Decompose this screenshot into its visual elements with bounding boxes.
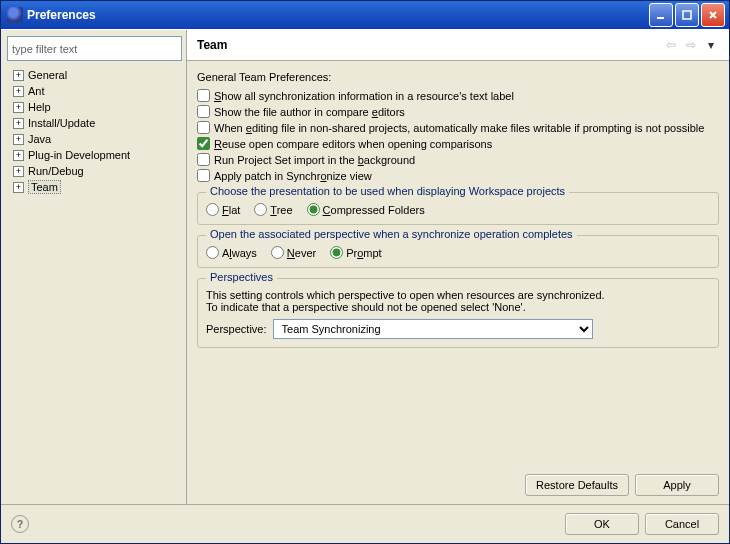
radio-never[interactable]: Never: [271, 246, 316, 259]
svg-rect-1: [683, 11, 691, 19]
chk-label: Reuse open compare editors when opening …: [214, 138, 492, 150]
tree-item-java[interactable]: +Java: [7, 131, 182, 147]
chk-label: Run Project Set import in the background: [214, 154, 415, 166]
tree-item-general[interactable]: +General: [7, 67, 182, 83]
group-legend: Choose the presentation to be used when …: [206, 185, 569, 197]
titlebar[interactable]: Preferences: [1, 1, 729, 29]
tree-item-ant[interactable]: +Ant: [7, 83, 182, 99]
expand-icon[interactable]: +: [13, 102, 24, 113]
tree-item-install-update[interactable]: +Install/Update: [7, 115, 182, 131]
perspectives-desc1: This setting controls which perspective …: [206, 289, 710, 301]
category-tree[interactable]: +General +Ant +Help +Install/Update +Jav…: [7, 67, 182, 500]
restore-defaults-button[interactable]: Restore Defaults: [525, 474, 629, 496]
tree-item-plugin-dev[interactable]: +Plug-in Development: [7, 147, 182, 163]
perspectives-desc2: To indicate that a perspective should no…: [206, 301, 710, 313]
page-title: Team: [197, 38, 227, 52]
chk-label: Show the file author in compare editors: [214, 106, 405, 118]
chk-label: When editing file in non-shared projects…: [214, 122, 704, 134]
apply-button[interactable]: Apply: [635, 474, 719, 496]
expand-icon[interactable]: +: [13, 118, 24, 129]
page-button-row: Restore Defaults Apply: [187, 468, 729, 504]
chk-run-project-set-bg[interactable]: Run Project Set import in the background: [197, 153, 719, 166]
tree-item-team[interactable]: +Team: [7, 179, 182, 195]
filter-input[interactable]: [7, 36, 182, 61]
section-label: General Team Preferences:: [197, 71, 719, 83]
page-content: General Team Preferences: Show all synch…: [187, 61, 729, 468]
expand-icon[interactable]: +: [13, 182, 24, 193]
radio-always[interactable]: Always: [206, 246, 257, 259]
help-icon[interactable]: ?: [11, 515, 29, 533]
perspective-combo[interactable]: Team Synchronizing: [273, 319, 593, 339]
dialog-button-bar: ? OK Cancel: [1, 504, 729, 543]
chk-show-sync-info[interactable]: Show all synchronization information in …: [197, 89, 719, 102]
menu-icon[interactable]: ▾: [703, 37, 719, 53]
perspective-field-label: Perspective:: [206, 323, 267, 335]
forward-icon[interactable]: ⇨: [683, 37, 699, 53]
window-title: Preferences: [27, 8, 96, 22]
main-panel: Team ⇦ ⇨ ▾ General Team Preferences: Sho…: [187, 30, 729, 504]
group-open-perspective: Open the associated perspective when a s…: [197, 235, 719, 268]
group-legend: Perspectives: [206, 271, 277, 283]
ok-button[interactable]: OK: [565, 513, 639, 535]
tree-item-help[interactable]: +Help: [7, 99, 182, 115]
tree-item-run-debug[interactable]: +Run/Debug: [7, 163, 182, 179]
expand-icon[interactable]: +: [13, 70, 24, 81]
radio-tree[interactable]: Tree: [254, 203, 292, 216]
chk-show-author[interactable]: Show the file author in compare editors: [197, 105, 719, 118]
group-presentation: Choose the presentation to be used when …: [197, 192, 719, 225]
chk-reuse-compare[interactable]: Reuse open compare editors when opening …: [197, 137, 719, 150]
radio-prompt[interactable]: Prompt: [330, 246, 381, 259]
chk-label: Show all synchronization information in …: [214, 90, 514, 102]
chk-label: Apply patch in Synchronize view: [214, 170, 372, 182]
back-icon[interactable]: ⇦: [663, 37, 679, 53]
radio-flat[interactable]: Flat: [206, 203, 240, 216]
minimize-button[interactable]: [649, 3, 673, 27]
expand-icon[interactable]: +: [13, 86, 24, 97]
group-perspectives: Perspectives This setting controls which…: [197, 278, 719, 348]
expand-icon[interactable]: +: [13, 150, 24, 161]
sidebar: +General +Ant +Help +Install/Update +Jav…: [1, 30, 187, 504]
svg-rect-0: [657, 17, 664, 19]
cancel-button[interactable]: Cancel: [645, 513, 719, 535]
close-button[interactable]: [701, 3, 725, 27]
chk-apply-patch-sync[interactable]: Apply patch in Synchronize view: [197, 169, 719, 182]
maximize-button[interactable]: [675, 3, 699, 27]
page-header: Team ⇦ ⇨ ▾: [187, 30, 729, 61]
radio-compressed[interactable]: Compressed Folders: [307, 203, 425, 216]
preferences-window: Preferences +General +Ant +Help +Install…: [0, 0, 730, 544]
app-icon: [7, 7, 23, 23]
chk-editing-writable[interactable]: When editing file in non-shared projects…: [197, 121, 719, 134]
expand-icon[interactable]: +: [13, 166, 24, 177]
expand-icon[interactable]: +: [13, 134, 24, 145]
group-legend: Open the associated perspective when a s…: [206, 228, 577, 240]
